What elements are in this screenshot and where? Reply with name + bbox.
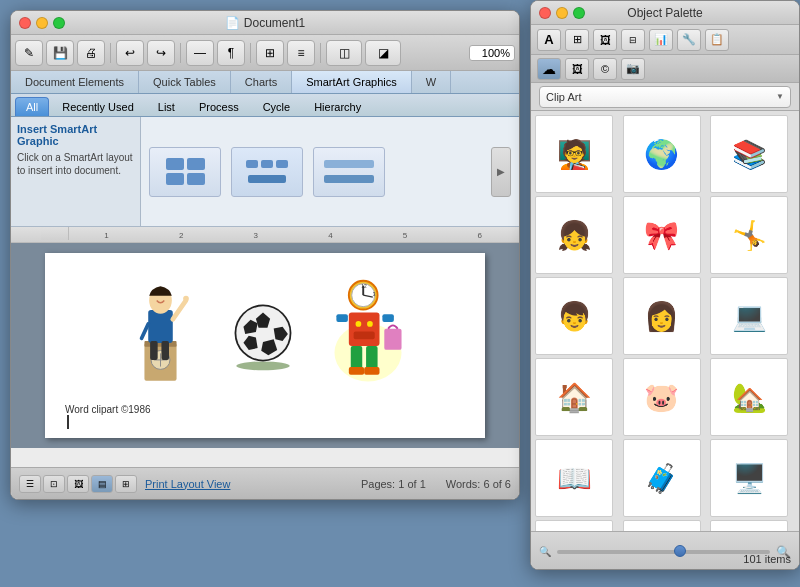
- clipart-thumb-2[interactable]: 📚: [710, 115, 788, 193]
- palette-btn-chart[interactable]: 📊: [649, 29, 673, 51]
- clipart-thumb-11[interactable]: 🏡: [710, 358, 788, 436]
- pst-btn-copyright[interactable]: ©: [593, 58, 617, 80]
- svg-rect-30: [350, 345, 362, 369]
- palette-minimize-button[interactable]: [556, 7, 568, 19]
- toolbar-save-btn[interactable]: 💾: [46, 40, 74, 66]
- subtab-cycle[interactable]: Cycle: [252, 97, 302, 116]
- toolbar-edit-btn[interactable]: ✎: [15, 40, 43, 66]
- palette-slider-thumb[interactable]: [674, 545, 686, 557]
- palette-maximize-button[interactable]: [573, 7, 585, 19]
- palette-btn-shapes[interactable]: ⊞: [565, 29, 589, 51]
- status-bar: ☰ ⊡ 🖼 ▤ ⊞ Print Layout View Pages: 1 of …: [11, 467, 519, 499]
- smartart-item-2[interactable]: [231, 147, 303, 197]
- smartart-preview-2: [231, 147, 303, 197]
- clipart-row: 12 3: [65, 268, 465, 398]
- subtab-list[interactable]: List: [147, 97, 186, 116]
- clipart-thumb-7[interactable]: 👩: [623, 277, 701, 355]
- svg-rect-31: [366, 345, 378, 369]
- clipart-thumb-0[interactable]: 🧑‍🏫: [535, 115, 613, 193]
- palette-category-dropdown[interactable]: Clip Art: [539, 86, 791, 108]
- pst-btn-camera[interactable]: 📷: [621, 58, 645, 80]
- svg-point-35: [355, 321, 361, 327]
- tab-charts[interactable]: Charts: [231, 71, 292, 93]
- view-btn-1[interactable]: ☰: [19, 475, 41, 493]
- clipart-thumb-12[interactable]: 📖: [535, 439, 613, 517]
- svg-rect-37: [353, 331, 374, 339]
- smartart-grid: ▶: [141, 117, 519, 226]
- svg-text:3: 3: [372, 292, 375, 297]
- clipart-figure: 12 3: [323, 276, 413, 391]
- close-button[interactable]: [19, 17, 31, 29]
- ruler-mark-4: 4: [293, 231, 368, 240]
- tab-quick-tables[interactable]: Quick Tables: [139, 71, 231, 93]
- svg-rect-27: [348, 312, 379, 346]
- toolbar-redo-btn[interactable]: ↪: [147, 40, 175, 66]
- svg-point-8: [183, 295, 189, 301]
- palette-btn-text[interactable]: A: [537, 29, 561, 51]
- clipart-thumb-1[interactable]: 🌍: [623, 115, 701, 193]
- clipart-thumb-8[interactable]: 💻: [710, 277, 788, 355]
- view-btn-5[interactable]: ⊞: [115, 475, 137, 493]
- palette-btn-images[interactable]: 🖼: [593, 29, 617, 51]
- subtab-recently-used[interactable]: Recently Used: [51, 97, 145, 116]
- ribbon-tabs: Document Elements Quick Tables Charts Sm…: [11, 71, 519, 94]
- ruler-mark-6: 6: [442, 231, 517, 240]
- smartart-nav-next[interactable]: ▶: [491, 147, 511, 197]
- svg-rect-5: [148, 309, 173, 342]
- clipart-thumb-10[interactable]: 🐷: [623, 358, 701, 436]
- palette-toolbar: A ⊞ 🖼 ⊟ 📊 🔧 📋: [531, 25, 799, 55]
- toolbar-para-btn[interactable]: ¶: [217, 40, 245, 66]
- toolbar-extra2-btn[interactable]: ◪: [365, 40, 401, 66]
- subtab-hierarchy[interactable]: Hierarchy: [303, 97, 372, 116]
- clipart-thumb-6[interactable]: 👦: [535, 277, 613, 355]
- palette-size-slider[interactable]: [557, 550, 770, 554]
- toolbar-undo-btn[interactable]: ↩: [116, 40, 144, 66]
- toolbar-extra1-btn[interactable]: ◫: [326, 40, 362, 66]
- clipart-thumb-5[interactable]: 🤸: [710, 196, 788, 274]
- clipart-thumb-15[interactable]: 🦋: [535, 520, 613, 531]
- subtab-process[interactable]: Process: [188, 97, 250, 116]
- subtab-all[interactable]: All: [15, 97, 49, 116]
- palette-btn-tool[interactable]: 🔧: [677, 29, 701, 51]
- toolbar-zoom: 100%: [469, 45, 515, 61]
- clipart-thumb-13[interactable]: 🧳: [623, 439, 701, 517]
- clipart-thumb-14[interactable]: 🖥️: [710, 439, 788, 517]
- palette-title: Object Palette: [627, 6, 702, 20]
- toolbar-print-btn[interactable]: 🖨: [77, 40, 105, 66]
- view-btn-3[interactable]: 🖼: [67, 475, 89, 493]
- pst-btn-image[interactable]: 🖼: [565, 58, 589, 80]
- status-view-label[interactable]: Print Layout View: [145, 478, 230, 490]
- svg-rect-34: [384, 328, 401, 349]
- clipart-thumb-17[interactable]: 🌐: [710, 520, 788, 531]
- pst-btn-cloud[interactable]: ☁: [537, 58, 561, 80]
- minimize-button[interactable]: [36, 17, 48, 29]
- clipart-thumb-9[interactable]: 🏠: [535, 358, 613, 436]
- tab-document-elements[interactable]: Document Elements: [11, 71, 139, 93]
- svg-point-12: [236, 361, 289, 370]
- maximize-button[interactable]: [53, 17, 65, 29]
- view-btn-2[interactable]: ⊡: [43, 475, 65, 493]
- toolbar-dash-btn[interactable]: —: [186, 40, 214, 66]
- view-btn-4[interactable]: ▤: [91, 475, 113, 493]
- toolbar-sep4: [320, 43, 321, 63]
- pages-label: Pages: 1 of 1: [361, 478, 426, 490]
- document-titlebar: 📄 Document1: [11, 11, 519, 35]
- smartart-item-3[interactable]: [313, 147, 385, 197]
- toolbar-view1-btn[interactable]: ⊞: [256, 40, 284, 66]
- tab-smartart[interactable]: SmartArt Graphics: [292, 71, 411, 93]
- palette-close-button[interactable]: [539, 7, 551, 19]
- smartart-item-1[interactable]: [149, 147, 221, 197]
- text-cursor: [67, 415, 69, 429]
- zoom-value[interactable]: 100%: [469, 45, 515, 61]
- document-page: 12 3: [45, 253, 485, 438]
- clipart-thumb-16[interactable]: 🐠: [623, 520, 701, 531]
- clipart-thumb-4[interactable]: 🎀: [623, 196, 701, 274]
- svg-rect-32: [348, 367, 363, 375]
- palette-traffic-lights: [539, 7, 585, 19]
- clipart-thumb-3[interactable]: 👧: [535, 196, 613, 274]
- tab-w[interactable]: W: [412, 71, 451, 93]
- toolbar-view2-btn[interactable]: ≡: [287, 40, 315, 66]
- horizontal-ruler: 1 2 3 4 5 6: [11, 227, 519, 243]
- palette-btn-clipboard[interactable]: 📋: [705, 29, 729, 51]
- palette-btn-table[interactable]: ⊟: [621, 29, 645, 51]
